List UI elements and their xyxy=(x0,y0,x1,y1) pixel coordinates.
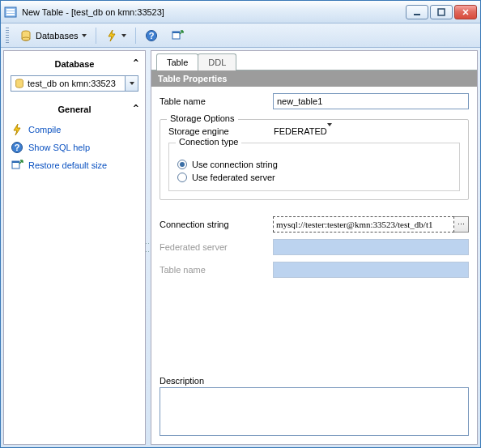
help-button[interactable]: ? xyxy=(141,27,162,45)
table-name-row: Table name xyxy=(160,93,469,109)
fed-table-name-select xyxy=(273,262,469,278)
tab-ddl[interactable]: DDL xyxy=(198,53,236,70)
connection-type-fieldset: Conection type Use connection string Use… xyxy=(168,143,460,191)
description-label: Description xyxy=(160,376,469,386)
fed-table-name-label: Table name xyxy=(160,265,265,275)
radio-federated-server[interactable]: Use federated server xyxy=(177,171,451,184)
app-window: New Table - [test_db on kmn:33523] Datab… xyxy=(0,0,481,448)
app-icon xyxy=(4,6,17,19)
collapse-icon[interactable]: ^ xyxy=(133,103,138,113)
storage-options-legend: Storage Options xyxy=(167,113,238,123)
toolbar-grip-icon xyxy=(6,28,9,44)
table-name-input[interactable] xyxy=(273,93,469,109)
svg-rect-11 xyxy=(172,32,180,33)
svg-text:?: ? xyxy=(148,31,154,41)
connection-string-label: Connection string xyxy=(160,220,265,229)
compile-button[interactable] xyxy=(101,27,130,45)
main-toolbar: Databases ? xyxy=(1,23,480,48)
restore-size-button[interactable] xyxy=(167,27,188,45)
connection-type-legend: Conection type xyxy=(176,137,241,147)
svg-rect-5 xyxy=(438,9,445,15)
collapse-icon[interactable]: ^ xyxy=(133,58,138,68)
maximize-button[interactable] xyxy=(430,5,453,19)
connection-string-row: Connection string ⋯ xyxy=(160,216,469,233)
database-selected-text: test_db on kmn:33523 xyxy=(28,79,116,88)
federated-server-label: Federated server xyxy=(160,242,265,252)
federated-server-select xyxy=(273,239,469,255)
toolbar-separator xyxy=(135,28,136,44)
table-name-label: Table name xyxy=(160,96,265,106)
radio-icon xyxy=(177,173,187,182)
description-area: Description xyxy=(160,376,469,437)
sidebar-database-heading: Database ^ xyxy=(11,56,138,75)
database-icon xyxy=(19,29,32,42)
sidebar: Database ^ test_db on kmn:33523 General … xyxy=(3,50,146,445)
svg-rect-3 xyxy=(6,14,15,15)
lightning-icon xyxy=(105,29,118,42)
ellipsis-icon: ⋯ xyxy=(458,220,465,228)
storage-engine-select[interactable]: FEDERATED xyxy=(274,126,332,136)
radio-connection-string[interactable]: Use connection string xyxy=(177,158,451,171)
fed-table-name-row: Table name xyxy=(160,262,469,278)
help-icon: ? xyxy=(11,141,23,154)
minimize-button[interactable] xyxy=(406,5,428,19)
sidebar-general-heading: General ^ xyxy=(11,101,138,121)
sidebar-sql-help-link[interactable]: ? Show SQL help xyxy=(11,139,138,156)
lightning-icon xyxy=(11,123,23,136)
tab-table[interactable]: Table xyxy=(156,53,198,70)
chevron-down-icon xyxy=(121,34,126,37)
svg-text:?: ? xyxy=(15,143,20,152)
chevron-down-icon xyxy=(82,34,87,37)
sidebar-compile-link[interactable]: Compile xyxy=(11,121,138,139)
main-panel: Table DDL Table Properties Table name St… xyxy=(151,50,478,445)
databases-label: Databases xyxy=(36,31,79,41)
window-title: New Table - [test_db on kmn:33523] xyxy=(22,7,406,17)
databases-dropdown[interactable]: Databases xyxy=(15,27,91,45)
tab-row: Table DDL xyxy=(151,51,477,70)
svg-rect-4 xyxy=(414,14,420,15)
restore-size-icon xyxy=(11,159,23,172)
database-selector[interactable]: test_db on kmn:33523 xyxy=(11,75,138,92)
svg-rect-16 xyxy=(12,161,19,163)
restore-size-icon xyxy=(171,29,184,42)
connection-string-input[interactable] xyxy=(273,216,454,233)
database-icon xyxy=(14,78,25,89)
chevron-down-icon[interactable] xyxy=(126,75,138,92)
svg-rect-1 xyxy=(6,9,15,11)
storage-engine-label: Storage engine xyxy=(168,126,266,136)
titlebar[interactable]: New Table - [test_db on kmn:33523] xyxy=(1,1,480,23)
section-header: Table Properties xyxy=(151,70,477,87)
sidebar-restore-link[interactable]: Restore default size xyxy=(11,156,138,174)
toolbar-separator xyxy=(96,28,96,44)
browse-button[interactable]: ⋯ xyxy=(454,216,469,233)
radio-icon xyxy=(177,160,187,169)
storage-options-fieldset: Storage Options Storage engine FEDERATED… xyxy=(160,119,469,200)
federated-server-row: Federated server xyxy=(160,239,469,255)
svg-rect-2 xyxy=(6,11,15,13)
close-button[interactable] xyxy=(454,5,477,19)
help-icon: ? xyxy=(145,29,158,42)
description-textarea[interactable] xyxy=(160,387,469,436)
chevron-down-icon xyxy=(327,123,332,136)
